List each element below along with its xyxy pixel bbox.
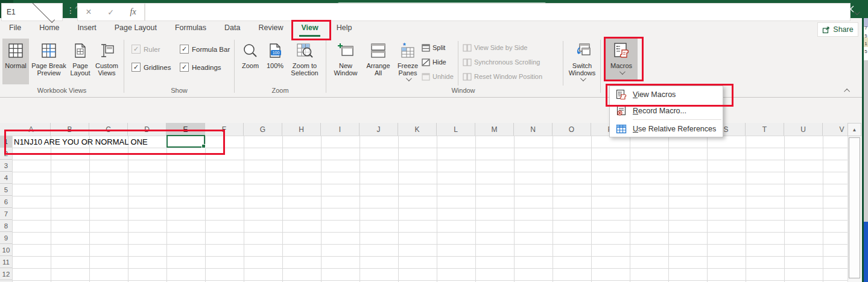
column-header[interactable]: H — [282, 123, 321, 136]
column-header[interactable]: T — [746, 123, 784, 136]
window-wide-button: Reset Window Position — [463, 70, 542, 83]
macros-dropdown-menu: View Macros Record Macro... Use Relative… — [609, 86, 723, 137]
window-wide-icon — [463, 58, 472, 66]
column-header[interactable]: J — [360, 123, 398, 136]
page-layout-button[interactable]: Page Layout — [69, 39, 92, 84]
custom-views-icon — [99, 41, 115, 60]
row-header[interactable]: 6 — [0, 196, 12, 208]
cell-a1-text[interactable]: N1NJ10 ARE YOU OR NORMAL ONE — [14, 136, 148, 148]
hide-icon — [422, 58, 430, 66]
ribbon: Normal Page Break Preview Page Layout Cu… — [0, 37, 868, 98]
formula-input[interactable] — [145, 3, 851, 21]
select-all-corner[interactable] — [0, 123, 13, 136]
arrange-all-button[interactable]: Arrange All — [364, 39, 393, 84]
page-break-preview-button[interactable]: Page Break Preview — [30, 39, 68, 84]
column-header[interactable]: I — [321, 123, 360, 136]
row-header[interactable]: 5 — [0, 184, 12, 196]
column-header[interactable]: C — [89, 123, 128, 136]
zoom-button[interactable]: Zoom — [238, 39, 262, 84]
freeze-panes-icon: * — [399, 41, 416, 60]
checkbox-check-icon — [180, 63, 189, 72]
name-box-chevron[interactable] — [32, 0, 54, 22]
custom-views-button[interactable]: Custom Views — [93, 39, 121, 84]
row-header[interactable]: 11 — [0, 256, 12, 268]
row-header[interactable]: 9 — [0, 232, 12, 244]
freeze-panes-button[interactable]: * Freeze Panes — [394, 39, 422, 84]
zoom-to-selection-icon — [297, 41, 313, 60]
row-header[interactable]: 2 — [0, 148, 12, 160]
use-relative-references-icon — [610, 124, 633, 134]
enter-button[interactable]: ✓ — [107, 8, 114, 17]
zoom-100-button[interactable]: 100 100% — [264, 39, 287, 84]
split-icon — [422, 44, 430, 52]
group-label-workbook-views: Workbook Views — [0, 87, 124, 94]
insert-function-button[interactable]: fx — [130, 7, 136, 17]
svg-text:100: 100 — [273, 51, 280, 55]
scroll-up-icon[interactable] — [847, 123, 861, 136]
cancel-button[interactable]: × — [86, 7, 91, 17]
row-header[interactable]: 10 — [0, 244, 12, 256]
column-header[interactable]: B — [51, 123, 89, 136]
column-header[interactable]: U — [784, 123, 823, 136]
row-header[interactable]: 12 — [0, 268, 12, 280]
new-window-button[interactable]: New Window — [330, 39, 361, 84]
row-header[interactable]: 7 — [0, 208, 12, 220]
normal-view-button[interactable]: Normal — [2, 39, 29, 84]
column-header[interactable]: N — [514, 123, 553, 136]
menu-item-record-macro[interactable]: Record Macro... — [610, 102, 723, 119]
switch-windows-icon — [574, 41, 591, 60]
column-header[interactable]: K — [398, 123, 437, 136]
switch-windows-button[interactable]: Switch Windows — [565, 39, 599, 84]
macros-button[interactable]: Macros — [605, 39, 638, 81]
row-header[interactable]: 3 — [0, 160, 12, 172]
selected-cell-e1[interactable] — [166, 135, 205, 148]
unhide-button: Unhide — [422, 70, 454, 83]
new-window-icon — [337, 41, 354, 60]
zoom-to-selection-button[interactable]: Zoom to Selection — [288, 39, 322, 84]
view-macros-icon — [610, 89, 633, 100]
show-checkbox[interactable]: Formula Bar — [180, 45, 230, 54]
split-button[interactable]: Split — [422, 41, 445, 54]
group-show: Ruler Formula Bar Gridlines Headings Sho… — [124, 37, 234, 95]
arrange-all-icon — [370, 41, 386, 60]
row-header[interactable]: 4 — [0, 172, 12, 184]
column-header[interactable]: M — [475, 123, 514, 136]
row-header[interactable]: 1 — [0, 136, 12, 148]
collapse-ribbon-icon[interactable] — [846, 86, 850, 95]
column-header[interactable]: L — [437, 123, 475, 136]
show-checkbox[interactable]: Headings — [180, 63, 221, 72]
column-header[interactable]: O — [553, 123, 591, 136]
share-button[interactable]: Share — [817, 22, 858, 37]
formula-bar — [0, 98, 868, 124]
cell-grid[interactable] — [12, 136, 847, 282]
menu-item-view-macros[interactable]: View Macros — [610, 86, 723, 102]
menu-item-use-relative-references[interactable]: Use Relative References — [610, 121, 723, 137]
macros-menu-chevron — [619, 69, 625, 75]
show-checkbox[interactable]: Ruler — [131, 45, 160, 54]
edge-sliver-digits: 75 15 — [864, 24, 868, 55]
column-header[interactable]: G — [244, 123, 282, 136]
column-header[interactable]: D — [128, 123, 166, 136]
unhide-icon — [422, 73, 430, 81]
page-break-preview-icon — [41, 41, 57, 60]
formula-bar-expand-chevron[interactable] — [854, 8, 858, 17]
window-wide-button: View Side by Side — [463, 41, 527, 54]
edge-sliver-blue — [864, 222, 868, 282]
scrollbar-thumb[interactable] — [849, 137, 860, 278]
show-checkbox[interactable]: Gridlines — [131, 63, 171, 72]
checkbox-check-icon — [131, 45, 141, 54]
zoom-icon — [242, 41, 258, 60]
group-workbook-views: Normal Page Break Preview Page Layout Cu… — [0, 37, 124, 95]
column-header[interactable]: A — [12, 123, 51, 136]
zoom-100-icon: 100 — [268, 41, 282, 60]
fill-handle[interactable] — [201, 144, 206, 148]
column-header[interactable]: F — [205, 123, 244, 136]
window-wide-icon — [463, 44, 472, 52]
hide-button[interactable]: Hide — [422, 55, 446, 69]
row-header[interactable]: 8 — [0, 220, 12, 232]
edge-sliver-titlebar — [864, 0, 868, 18]
group-label-window: Window — [326, 87, 600, 94]
name-box[interactable]: E1 — [1, 3, 63, 21]
column-header[interactable]: V — [823, 123, 847, 136]
column-header[interactable]: E — [166, 123, 205, 136]
